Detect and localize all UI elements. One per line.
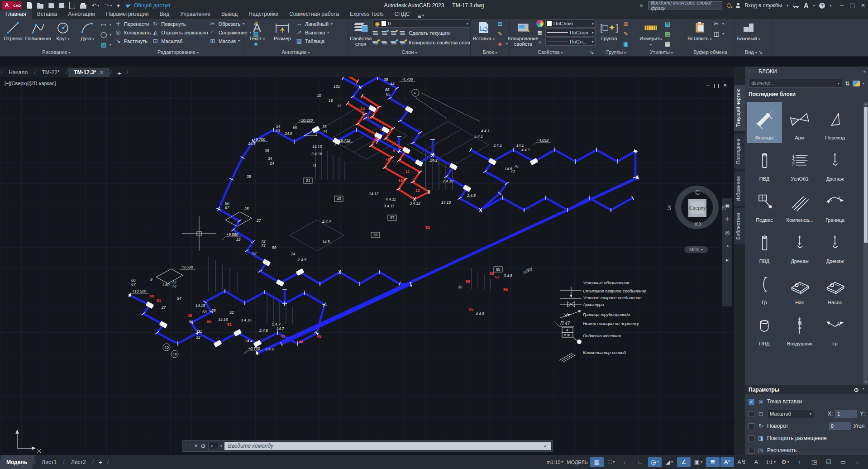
repeat-checkbox[interactable] <box>749 436 754 441</box>
block-tile-Дренаж[interactable]: Дренаж <box>817 143 853 184</box>
navigation-bar[interactable]: ◉✛◎◔▸ <box>722 198 732 306</box>
rotation-field[interactable]: 0 <box>829 422 851 430</box>
signin-caret-icon[interactable]: ▾ <box>787 4 788 8</box>
status-crosshair-toggle[interactable]: + <box>793 457 806 467</box>
autocad-logo-icon[interactable]: A <box>2 1 12 10</box>
group-select-button[interactable]: ▣ <box>622 39 630 48</box>
undo-icon[interactable]: ↶▾ <box>91 2 99 9</box>
nav-zoom-icon[interactable]: ◎ <box>725 230 730 236</box>
export-icon[interactable] <box>69 2 75 9</box>
blocks-gallery-caret-icon[interactable]: ▾ <box>863 81 864 86</box>
rotation-checkbox[interactable] <box>749 423 754 429</box>
measure-button[interactable]: Измерить ▾ <box>639 19 663 48</box>
new-layout-button[interactable]: + <box>94 458 107 466</box>
match-properties-button[interactable]: Копирование свойств <box>511 19 535 48</box>
block-tile-Воздушник[interactable]: Воздушник <box>782 308 817 349</box>
block-tile-Компенса...[interactable]: Компенса... <box>782 184 817 225</box>
file-tab-ТМ-17.3*[interactable]: ТМ-17.3*✕ <box>68 68 109 77</box>
nav-pan-icon[interactable]: ✛ <box>725 216 730 222</box>
modify2-0-button[interactable]: ↻Повернуть <box>152 19 208 28</box>
palette-titlebar[interactable]: ⋮⋮ БЛОКИ ▾ <box>745 67 868 77</box>
store-cart-icon[interactable] <box>793 3 799 7</box>
nav-orbit-icon[interactable]: ◔ <box>725 243 729 249</box>
group-button[interactable]: [□✦]Группа <box>597 19 621 48</box>
scale-checkbox[interactable] <box>749 411 754 417</box>
block-tile-Граница[interactable]: Граница <box>817 184 853 225</box>
hatch-button[interactable]: ▨ ▾ <box>100 40 111 49</box>
ribbon-tab-Совместная работа[interactable]: Совместная работа <box>284 10 344 19</box>
viewcube-south[interactable]: Ю <box>694 220 701 228</box>
status-polar-tracking[interactable]: ◶▾ <box>648 457 662 467</box>
status-viewport-scale[interactable]: m1:10▾ <box>545 457 565 467</box>
command-line[interactable]: ⋮⋮ ✕ ⚙ >_ ▾ Введите команду ▲ <box>182 440 553 452</box>
new-drawing-tab-button[interactable]: + <box>113 69 126 77</box>
layout-tab-Лист1[interactable]: Лист1 <box>35 455 63 469</box>
block-edit-button[interactable]: ✎ <box>496 29 508 38</box>
status-autosnap-tracking[interactable]: ∠ <box>677 457 691 467</box>
modify1-1-button[interactable]: ◎Копировать <box>114 28 151 37</box>
paste-button[interactable]: Вставить ▾ <box>687 19 712 48</box>
status-grid-display[interactable]: ▦ <box>590 457 604 467</box>
block-tile-Дренаж[interactable]: Дренаж <box>782 225 817 267</box>
ellipse-button[interactable]: ◯ ▾ <box>100 30 111 39</box>
status-clean-screen[interactable]: ▭ <box>836 457 850 467</box>
status-annotation-scale[interactable]: 1:1▾ <box>764 457 777 467</box>
panel-label-annotate[interactable]: Аннотации ▾ <box>245 49 347 56</box>
file-tab-ТМ-22*[interactable]: ТМ-22* <box>37 68 65 77</box>
palette-tab-Библиотеки[interactable]: Библиотеки <box>734 208 745 244</box>
palette-tab-Последние[interactable]: Последние <box>734 134 745 169</box>
annotate-2-button[interactable]: ▦Таблица <box>296 37 333 45</box>
block-tile-ПВД[interactable]: ПВД <box>747 143 782 184</box>
rectangle-button[interactable]: ▭ ▾ <box>100 20 111 29</box>
status-isometric-drafting[interactable]: ◢▾ <box>663 457 676 467</box>
annotate-0-button[interactable]: ↔Линейный ▾ <box>296 19 333 28</box>
dimension-button[interactable]: Размер <box>270 19 295 48</box>
save-as-icon[interactable] <box>59 3 64 8</box>
status-ortho-mode[interactable]: ∟ <box>634 457 647 467</box>
panel-label-clipboard[interactable]: Буфер обмена <box>687 49 733 56</box>
ribbon-collapse-icon[interactable]: ▄ ▾ <box>418 13 424 18</box>
layer-properties-button[interactable]: Свойства слоя <box>350 19 372 48</box>
drawing-viewport[interactable]: +18.17064626324.93844+4.7086865101101611… <box>0 77 734 455</box>
group-edit-button[interactable]: ✎ <box>622 29 630 38</box>
ungroup-button[interactable]: ⊠ <box>622 19 630 28</box>
block-tile-Фланцы[interactable]: Фланцы <box>747 102 782 143</box>
user-icon[interactable] <box>736 6 740 8</box>
ribbon-tab-Express Tools[interactable]: Express Tools <box>344 10 389 19</box>
status-lineweight-display[interactable]: ≣ <box>706 457 720 467</box>
block-tile-Подвес[interactable]: Подвес <box>747 184 782 225</box>
status-annotation-visibility[interactable]: A° <box>720 457 734 467</box>
block-tile-Арм[interactable]: Арм <box>782 102 817 143</box>
ribbon-tab-Аннотации[interactable]: Аннотации <box>62 10 100 19</box>
panel-label-utilities[interactable]: Утилиты ▾ <box>639 49 684 56</box>
select-similar-button[interactable]: ▩ <box>664 29 671 38</box>
cmd-expand-icon[interactable]: ▲ <box>543 444 547 448</box>
status-graphics-performance[interactable]: ☑ <box>822 457 835 467</box>
open-file-icon[interactable] <box>37 3 43 9</box>
panel-label-layers[interactable]: Слои ▾ <box>350 49 469 56</box>
palette-tab-Избранное[interactable]: Избранное <box>734 172 745 206</box>
nav-wheel-icon[interactable]: ◉ <box>725 202 730 209</box>
lineweight-dropdown[interactable]: ПоСлон▾ <box>545 29 596 37</box>
vp-restore-icon[interactable] <box>714 84 719 88</box>
modify1-0-button[interactable]: ✛Перенести <box>114 19 151 28</box>
cmd-grip-icon[interactable]: ⋮⋮ <box>184 444 191 449</box>
block-tile-УслОб1[interactable]: УслОб1 <box>782 143 817 184</box>
block-tile-Нас[interactable]: Нас <box>782 267 817 308</box>
ribbon-tab-Вид[interactable]: Вид <box>154 10 175 19</box>
cmd-customize-icon[interactable]: ⚙ <box>200 443 206 450</box>
qat-dropdown-icon[interactable]: ▾ <box>117 2 120 9</box>
status-snap-mode[interactable]: ∷▾ <box>605 457 618 467</box>
autodesk-caret-icon[interactable]: ▾ <box>813 4 815 8</box>
help-caret-icon[interactable]: ▾ <box>830 4 831 8</box>
insertion-point-checkbox[interactable]: ✓ <box>749 399 754 405</box>
match-layer-button[interactable]: Копировать свойства слоя <box>372 38 470 47</box>
file-tab-close-icon[interactable]: ✕ <box>100 69 104 76</box>
linetype-dropdown[interactable]: ПоСл...▾ <box>545 38 596 46</box>
viewport-controls[interactable]: [−][Сверху][2D-каркас] <box>5 81 56 86</box>
vp-minimize-icon[interactable]: ─ <box>706 83 710 88</box>
panel-label-view[interactable]: Вид ▾ ↘ <box>736 49 771 56</box>
annotate-1-button[interactable]: ↗Выноска ▾ <box>296 28 333 37</box>
save-icon[interactable] <box>48 3 54 8</box>
line-button[interactable]: Отрезок <box>1 19 25 48</box>
